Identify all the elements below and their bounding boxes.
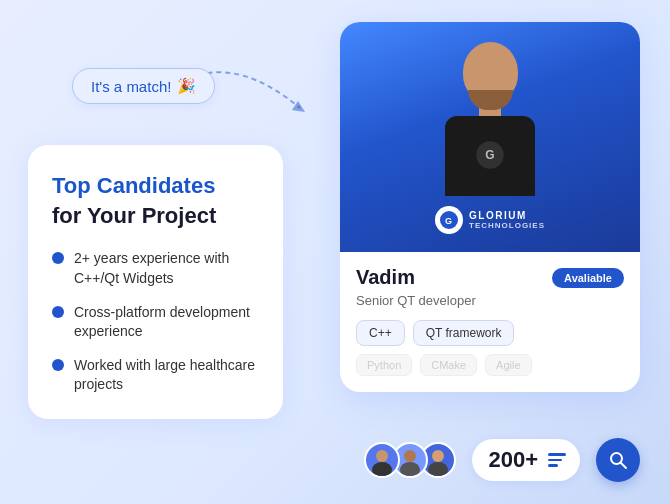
- company-name: GLORIUM: [469, 210, 545, 221]
- skill-tag: QT framework: [413, 320, 515, 346]
- left-card-subtitle: for Your Project: [52, 203, 259, 229]
- available-badge: Avaliable: [552, 268, 624, 288]
- skills-row: C++ QT framework: [356, 320, 624, 346]
- candidate-card-stack: G G GLORIUM TECHNOLOGIES: [340, 22, 640, 392]
- company-logo: G GLORIUM TECHNOLOGIES: [435, 206, 545, 234]
- bottom-stats-bar: 200+: [340, 438, 640, 482]
- filter-icon[interactable]: [548, 453, 566, 467]
- svg-line-12: [621, 463, 627, 469]
- candidate-card[interactable]: G G GLORIUM TECHNOLOGIES: [340, 22, 640, 392]
- candidate-top-row: Vadim Avaliable: [356, 266, 624, 289]
- svg-point-8: [400, 462, 420, 476]
- count-badge: 200+: [472, 439, 580, 481]
- left-card-title: Top Candidates: [52, 173, 259, 199]
- bullet-icon: [52, 252, 64, 264]
- match-badge-emoji: 🎉: [177, 77, 196, 95]
- avatar-stack: [364, 442, 456, 478]
- filter-line-1: [548, 453, 566, 456]
- svg-point-9: [432, 450, 444, 462]
- bullet-icon: [52, 359, 64, 371]
- candidate-name: Vadim: [356, 266, 415, 289]
- svg-point-10: [428, 462, 448, 476]
- candidate-role: Senior QT developer: [356, 293, 624, 308]
- svg-point-5: [376, 450, 388, 462]
- list-item: Cross-platform development experience: [52, 303, 259, 342]
- company-name-block: GLORIUM TECHNOLOGIES: [469, 210, 545, 230]
- person-illustration: G: [435, 42, 545, 202]
- filter-line-2: [548, 459, 562, 462]
- skills-more-row: Python CMake Agile: [356, 354, 624, 376]
- feature-list: 2+ years experience with C++/Qt Widgets …: [52, 249, 259, 395]
- feature-text: Cross-platform development experience: [74, 303, 259, 342]
- left-info-card: Top Candidates for Your Project 2+ years…: [28, 145, 283, 419]
- skill-tag-extra: Python: [356, 354, 412, 376]
- person-head: [463, 42, 518, 102]
- search-button[interactable]: [596, 438, 640, 482]
- skill-tag-extra: Agile: [485, 354, 531, 376]
- person-body: G: [445, 116, 535, 196]
- svg-text:G: G: [445, 216, 453, 226]
- filter-line-3: [548, 464, 558, 467]
- svg-text:G: G: [485, 148, 494, 162]
- candidate-photo: G G GLORIUM TECHNOLOGIES: [340, 22, 640, 252]
- avatar: [364, 442, 400, 478]
- candidate-info: Vadim Avaliable Senior QT developer C++ …: [340, 252, 640, 392]
- skill-tag: C++: [356, 320, 405, 346]
- company-subname: TECHNOLOGIES: [469, 221, 545, 230]
- svg-point-6: [372, 462, 392, 476]
- candidate-count: 200+: [488, 447, 538, 473]
- list-item: Worked with large healthcare projects: [52, 356, 259, 395]
- skill-tag-extra: CMake: [420, 354, 477, 376]
- search-icon: [608, 450, 628, 470]
- bullet-icon: [52, 306, 64, 318]
- company-logo-icon: G: [435, 206, 463, 234]
- feature-text: Worked with large healthcare projects: [74, 356, 259, 395]
- feature-text: 2+ years experience with C++/Qt Widgets: [74, 249, 259, 288]
- svg-point-7: [404, 450, 416, 462]
- person-beard: [468, 90, 513, 110]
- shirt-logo: G: [476, 141, 504, 171]
- list-item: 2+ years experience with C++/Qt Widgets: [52, 249, 259, 288]
- match-badge: It's a match! 🎉: [72, 68, 215, 104]
- match-badge-text: It's a match!: [91, 78, 171, 95]
